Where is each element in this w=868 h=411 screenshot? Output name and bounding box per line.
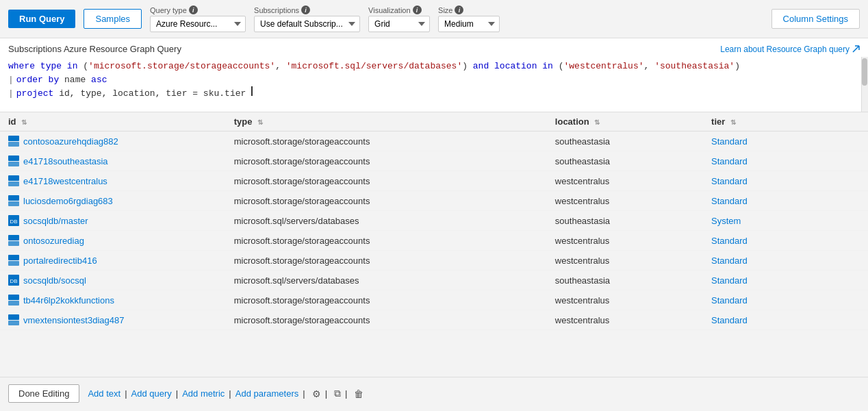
tier-cell: Standard xyxy=(703,251,868,271)
table-row: DBsocsqldb/socsqlmicrosoft.sql/servers/d… xyxy=(0,271,868,290)
query-type-info-icon[interactable]: i xyxy=(189,5,198,14)
storage-icon xyxy=(8,235,19,246)
col-header-id[interactable]: id ⇅ xyxy=(0,112,226,132)
add-text-link[interactable]: Add text xyxy=(88,388,120,399)
tier-link[interactable]: System xyxy=(711,216,741,226)
type-cell: microsoft.storage/storageaccounts xyxy=(226,151,547,171)
tier-link[interactable]: Standard xyxy=(711,256,748,266)
svg-rect-3 xyxy=(8,162,19,166)
row-type-icon xyxy=(8,136,19,147)
subscriptions-info-icon[interactable]: i xyxy=(301,5,310,14)
size-select[interactable]: Medium xyxy=(438,16,500,32)
type-cell: microsoft.storage/storageaccounts xyxy=(226,231,547,251)
col-header-location[interactable]: location ⇅ xyxy=(547,112,703,132)
tier-link[interactable]: Standard xyxy=(711,315,748,325)
sort-icon-type: ⇅ xyxy=(257,119,263,126)
done-editing-button[interactable]: Done Editing xyxy=(8,384,79,403)
tier-link[interactable]: Standard xyxy=(711,176,748,186)
svg-rect-7 xyxy=(8,201,19,206)
location-cell: southeastasia xyxy=(547,132,703,151)
id-link[interactable]: portalredirectib416 xyxy=(23,256,97,266)
id-link[interactable]: vmextensiontest3diag487 xyxy=(23,315,124,325)
type-cell: microsoft.storage/storageaccounts xyxy=(226,290,547,310)
table-header: id ⇅ type ⇅ location ⇅ tier ⇅ xyxy=(0,112,868,132)
svg-rect-12 xyxy=(8,255,19,260)
type-cell: microsoft.storage/storageaccounts xyxy=(226,132,547,151)
add-parameters-link[interactable]: Add parameters xyxy=(235,388,299,399)
svg-rect-13 xyxy=(8,261,19,266)
footer: Done Editing Add text | Add query | Add … xyxy=(0,377,868,410)
subscriptions-group: Subscriptions i Use default Subscrip... xyxy=(254,5,360,32)
id-link[interactable]: luciosdemo6rgdiag683 xyxy=(23,196,113,206)
svg-rect-6 xyxy=(8,195,19,201)
id-link[interactable]: e41718southeastasia xyxy=(23,156,108,166)
col-header-tier[interactable]: tier ⇅ xyxy=(703,112,868,132)
id-link[interactable]: e41718westcentralus xyxy=(23,176,107,186)
id-link[interactable]: contosoazurehqdiag882 xyxy=(23,136,118,147)
id-link[interactable]: socsqldb/master xyxy=(23,216,88,226)
type-cell: microsoft.storage/storageaccounts xyxy=(226,171,547,191)
tier-cell: Standard xyxy=(703,290,868,310)
location-cell: westcentralus xyxy=(547,251,703,271)
visualization-label: Visualization i xyxy=(368,5,430,14)
sep-1: | xyxy=(125,388,127,399)
copy-icon[interactable]: ⧉ xyxy=(334,388,341,399)
id-link[interactable]: socsqldb/socsql xyxy=(23,275,86,286)
storage-icon xyxy=(8,255,19,266)
table-row: e41718westcentralusmicrosoft.storage/sto… xyxy=(0,171,868,191)
table-body: contosoazurehqdiag882microsoft.storage/s… xyxy=(0,132,868,330)
add-metric-link[interactable]: Add metric xyxy=(182,388,225,399)
tier-link[interactable]: Standard xyxy=(711,275,748,286)
column-settings-button[interactable]: Column Settings xyxy=(771,9,860,29)
storage-icon xyxy=(8,136,19,147)
id-link[interactable]: tb44r6lp2kokkfunctions xyxy=(23,295,114,306)
table-row: e41718southeastasiamicrosoft.storage/sto… xyxy=(0,151,868,171)
tier-link[interactable]: Standard xyxy=(711,295,748,306)
editor-scroll-thumb[interactable] xyxy=(862,58,867,86)
settings-icon[interactable]: ⚙ xyxy=(312,388,321,399)
subscriptions-select[interactable]: Use default Subscrip... xyxy=(254,16,360,32)
learn-link[interactable]: Learn about Resource Graph query xyxy=(720,45,860,54)
samples-button[interactable]: Samples xyxy=(84,9,142,29)
query-type-label: Query type i xyxy=(150,5,246,14)
type-cell: microsoft.sql/servers/databases xyxy=(226,211,547,231)
run-query-button[interactable]: Run Query xyxy=(8,10,75,28)
tier-cell: Standard xyxy=(703,171,868,191)
add-query-link[interactable]: Add query xyxy=(131,388,172,399)
sort-icon-tier: ⇅ xyxy=(730,119,736,126)
visualization-select[interactable]: Grid xyxy=(368,16,430,32)
tier-link[interactable]: Standard xyxy=(711,236,748,246)
table-row: luciosdemo6rgdiag683microsoft.storage/st… xyxy=(0,191,868,211)
editor-container: Subscriptions Azure Resource Graph Query… xyxy=(0,38,868,112)
code-editor[interactable]: where type in ( 'microsoft.storage/stora… xyxy=(0,57,868,112)
size-info-icon[interactable]: i xyxy=(455,5,463,14)
type-cell: microsoft.storage/storageaccounts xyxy=(226,310,547,330)
external-link-icon xyxy=(852,45,860,53)
row-type-icon xyxy=(8,314,19,325)
row-type-icon xyxy=(8,195,19,206)
location-cell: westcentralus xyxy=(547,191,703,211)
storage-icon xyxy=(8,314,19,325)
visualization-info-icon[interactable]: i xyxy=(413,5,422,14)
results-wrapper[interactable]: id ⇅ type ⇅ location ⇅ tier ⇅ xyxy=(0,112,868,377)
svg-rect-17 xyxy=(8,301,19,306)
col-header-type[interactable]: type ⇅ xyxy=(226,112,547,132)
tier-link[interactable]: Standard xyxy=(711,156,748,166)
row-type-icon xyxy=(8,255,19,266)
tier-link[interactable]: Standard xyxy=(711,136,748,147)
tier-link[interactable]: Standard xyxy=(711,196,748,206)
delete-icon[interactable]: 🗑 xyxy=(354,388,363,399)
row-type-icon xyxy=(8,295,19,306)
table-row: portalredirectib416microsoft.storage/sto… xyxy=(0,251,868,271)
visualization-group: Visualization i Grid xyxy=(368,5,430,32)
tier-cell: Standard xyxy=(703,151,868,171)
editor-scrollbar[interactable] xyxy=(861,57,868,112)
size-group: Size i Medium xyxy=(438,5,500,32)
svg-rect-5 xyxy=(8,182,19,186)
editor-header: Subscriptions Azure Resource Graph Query… xyxy=(0,38,868,57)
main-content: Subscriptions Azure Resource Graph Query… xyxy=(0,38,868,410)
svg-text:DB: DB xyxy=(10,278,17,284)
query-type-select[interactable]: Azure Resourc... xyxy=(150,16,246,32)
sql-icon: DB xyxy=(8,275,19,286)
id-link[interactable]: ontosozurediag xyxy=(23,236,84,246)
